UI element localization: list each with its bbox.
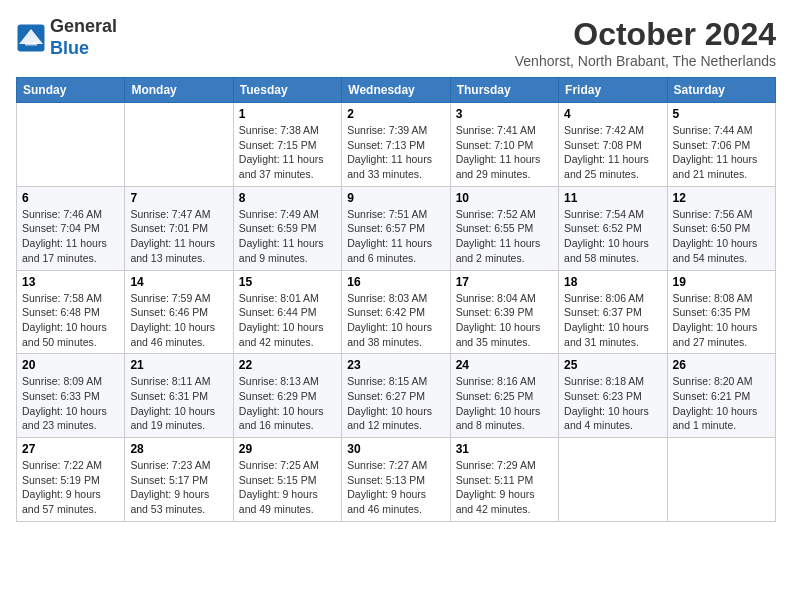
weekday-label: Sunday xyxy=(17,78,125,103)
day-info: Sunrise: 8:20 AM Sunset: 6:21 PM Dayligh… xyxy=(673,374,770,433)
calendar-cell: 6Sunrise: 7:46 AM Sunset: 7:04 PM Daylig… xyxy=(17,186,125,270)
calendar-week-row: 20Sunrise: 8:09 AM Sunset: 6:33 PM Dayli… xyxy=(17,354,776,438)
day-number: 31 xyxy=(456,442,553,456)
day-info: Sunrise: 7:52 AM Sunset: 6:55 PM Dayligh… xyxy=(456,207,553,266)
weekday-label: Monday xyxy=(125,78,233,103)
day-info: Sunrise: 7:39 AM Sunset: 7:13 PM Dayligh… xyxy=(347,123,444,182)
day-number: 2 xyxy=(347,107,444,121)
calendar-cell xyxy=(17,103,125,187)
page-header: General Blue October 2024 Venhorst, Nort… xyxy=(16,16,776,69)
day-number: 9 xyxy=(347,191,444,205)
calendar-cell: 7Sunrise: 7:47 AM Sunset: 7:01 PM Daylig… xyxy=(125,186,233,270)
weekday-label: Saturday xyxy=(667,78,775,103)
day-info: Sunrise: 7:42 AM Sunset: 7:08 PM Dayligh… xyxy=(564,123,661,182)
calendar-cell: 21Sunrise: 8:11 AM Sunset: 6:31 PM Dayli… xyxy=(125,354,233,438)
calendar-body: 1Sunrise: 7:38 AM Sunset: 7:15 PM Daylig… xyxy=(17,103,776,522)
day-info: Sunrise: 8:09 AM Sunset: 6:33 PM Dayligh… xyxy=(22,374,119,433)
calendar-cell: 4Sunrise: 7:42 AM Sunset: 7:08 PM Daylig… xyxy=(559,103,667,187)
calendar-cell xyxy=(559,438,667,522)
calendar-cell: 29Sunrise: 7:25 AM Sunset: 5:15 PM Dayli… xyxy=(233,438,341,522)
day-info: Sunrise: 7:23 AM Sunset: 5:17 PM Dayligh… xyxy=(130,458,227,517)
day-number: 28 xyxy=(130,442,227,456)
day-info: Sunrise: 7:22 AM Sunset: 5:19 PM Dayligh… xyxy=(22,458,119,517)
day-info: Sunrise: 8:13 AM Sunset: 6:29 PM Dayligh… xyxy=(239,374,336,433)
day-number: 21 xyxy=(130,358,227,372)
day-number: 10 xyxy=(456,191,553,205)
day-info: Sunrise: 7:38 AM Sunset: 7:15 PM Dayligh… xyxy=(239,123,336,182)
month-title: October 2024 xyxy=(515,16,776,53)
calendar-cell: 22Sunrise: 8:13 AM Sunset: 6:29 PM Dayli… xyxy=(233,354,341,438)
day-info: Sunrise: 8:06 AM Sunset: 6:37 PM Dayligh… xyxy=(564,291,661,350)
day-info: Sunrise: 7:29 AM Sunset: 5:11 PM Dayligh… xyxy=(456,458,553,517)
day-info: Sunrise: 7:56 AM Sunset: 6:50 PM Dayligh… xyxy=(673,207,770,266)
svg-rect-2 xyxy=(25,42,37,45)
calendar-cell: 16Sunrise: 8:03 AM Sunset: 6:42 PM Dayli… xyxy=(342,270,450,354)
day-number: 27 xyxy=(22,442,119,456)
day-info: Sunrise: 7:49 AM Sunset: 6:59 PM Dayligh… xyxy=(239,207,336,266)
logo-icon xyxy=(16,23,46,53)
day-info: Sunrise: 8:01 AM Sunset: 6:44 PM Dayligh… xyxy=(239,291,336,350)
calendar-cell: 18Sunrise: 8:06 AM Sunset: 6:37 PM Dayli… xyxy=(559,270,667,354)
logo-text: General Blue xyxy=(50,16,117,59)
calendar-cell xyxy=(125,103,233,187)
weekday-label: Friday xyxy=(559,78,667,103)
day-info: Sunrise: 7:41 AM Sunset: 7:10 PM Dayligh… xyxy=(456,123,553,182)
calendar-cell: 3Sunrise: 7:41 AM Sunset: 7:10 PM Daylig… xyxy=(450,103,558,187)
subtitle: Venhorst, North Brabant, The Netherlands xyxy=(515,53,776,69)
calendar-cell: 15Sunrise: 8:01 AM Sunset: 6:44 PM Dayli… xyxy=(233,270,341,354)
calendar-cell xyxy=(667,438,775,522)
calendar-cell: 12Sunrise: 7:56 AM Sunset: 6:50 PM Dayli… xyxy=(667,186,775,270)
day-info: Sunrise: 7:46 AM Sunset: 7:04 PM Dayligh… xyxy=(22,207,119,266)
calendar-week-row: 6Sunrise: 7:46 AM Sunset: 7:04 PM Daylig… xyxy=(17,186,776,270)
weekday-label: Wednesday xyxy=(342,78,450,103)
day-number: 15 xyxy=(239,275,336,289)
day-info: Sunrise: 8:11 AM Sunset: 6:31 PM Dayligh… xyxy=(130,374,227,433)
calendar-cell: 28Sunrise: 7:23 AM Sunset: 5:17 PM Dayli… xyxy=(125,438,233,522)
day-info: Sunrise: 8:18 AM Sunset: 6:23 PM Dayligh… xyxy=(564,374,661,433)
calendar-cell: 27Sunrise: 7:22 AM Sunset: 5:19 PM Dayli… xyxy=(17,438,125,522)
calendar-cell: 25Sunrise: 8:18 AM Sunset: 6:23 PM Dayli… xyxy=(559,354,667,438)
day-number: 12 xyxy=(673,191,770,205)
calendar-cell: 13Sunrise: 7:58 AM Sunset: 6:48 PM Dayli… xyxy=(17,270,125,354)
calendar-cell: 9Sunrise: 7:51 AM Sunset: 6:57 PM Daylig… xyxy=(342,186,450,270)
day-number: 4 xyxy=(564,107,661,121)
day-number: 30 xyxy=(347,442,444,456)
day-info: Sunrise: 8:03 AM Sunset: 6:42 PM Dayligh… xyxy=(347,291,444,350)
day-number: 7 xyxy=(130,191,227,205)
calendar-cell: 23Sunrise: 8:15 AM Sunset: 6:27 PM Dayli… xyxy=(342,354,450,438)
calendar-cell: 30Sunrise: 7:27 AM Sunset: 5:13 PM Dayli… xyxy=(342,438,450,522)
calendar-cell: 5Sunrise: 7:44 AM Sunset: 7:06 PM Daylig… xyxy=(667,103,775,187)
day-info: Sunrise: 8:16 AM Sunset: 6:25 PM Dayligh… xyxy=(456,374,553,433)
day-number: 23 xyxy=(347,358,444,372)
day-number: 3 xyxy=(456,107,553,121)
weekday-label: Thursday xyxy=(450,78,558,103)
calendar-cell: 20Sunrise: 8:09 AM Sunset: 6:33 PM Dayli… xyxy=(17,354,125,438)
day-info: Sunrise: 7:59 AM Sunset: 6:46 PM Dayligh… xyxy=(130,291,227,350)
day-number: 25 xyxy=(564,358,661,372)
calendar-week-row: 27Sunrise: 7:22 AM Sunset: 5:19 PM Dayli… xyxy=(17,438,776,522)
calendar-cell: 19Sunrise: 8:08 AM Sunset: 6:35 PM Dayli… xyxy=(667,270,775,354)
calendar-cell: 26Sunrise: 8:20 AM Sunset: 6:21 PM Dayli… xyxy=(667,354,775,438)
calendar-cell: 8Sunrise: 7:49 AM Sunset: 6:59 PM Daylig… xyxy=(233,186,341,270)
day-info: Sunrise: 7:51 AM Sunset: 6:57 PM Dayligh… xyxy=(347,207,444,266)
calendar-week-row: 13Sunrise: 7:58 AM Sunset: 6:48 PM Dayli… xyxy=(17,270,776,354)
calendar-cell: 1Sunrise: 7:38 AM Sunset: 7:15 PM Daylig… xyxy=(233,103,341,187)
day-info: Sunrise: 7:27 AM Sunset: 5:13 PM Dayligh… xyxy=(347,458,444,517)
weekday-header-row: SundayMondayTuesdayWednesdayThursdayFrid… xyxy=(17,78,776,103)
day-number: 18 xyxy=(564,275,661,289)
calendar-cell: 10Sunrise: 7:52 AM Sunset: 6:55 PM Dayli… xyxy=(450,186,558,270)
day-number: 24 xyxy=(456,358,553,372)
day-info: Sunrise: 8:04 AM Sunset: 6:39 PM Dayligh… xyxy=(456,291,553,350)
day-number: 8 xyxy=(239,191,336,205)
calendar-table: SundayMondayTuesdayWednesdayThursdayFrid… xyxy=(16,77,776,522)
day-number: 22 xyxy=(239,358,336,372)
logo: General Blue xyxy=(16,16,117,59)
day-info: Sunrise: 7:58 AM Sunset: 6:48 PM Dayligh… xyxy=(22,291,119,350)
day-number: 13 xyxy=(22,275,119,289)
day-info: Sunrise: 8:08 AM Sunset: 6:35 PM Dayligh… xyxy=(673,291,770,350)
day-number: 16 xyxy=(347,275,444,289)
calendar-cell: 17Sunrise: 8:04 AM Sunset: 6:39 PM Dayli… xyxy=(450,270,558,354)
day-number: 6 xyxy=(22,191,119,205)
day-info: Sunrise: 7:25 AM Sunset: 5:15 PM Dayligh… xyxy=(239,458,336,517)
day-number: 11 xyxy=(564,191,661,205)
